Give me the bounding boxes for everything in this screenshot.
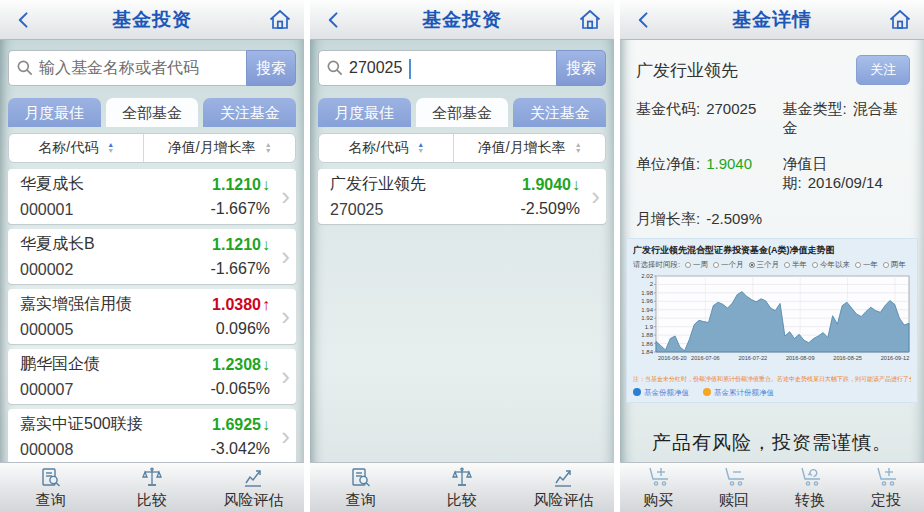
- fund-list-item[interactable]: 鹏华国企债000007 1.2308↓-0.065% ›: [8, 349, 296, 404]
- sort-by-name-code[interactable]: 名称/代码 ▲▼: [9, 134, 144, 162]
- period-radio[interactable]: 一个月: [713, 260, 744, 269]
- nav-item-compare[interactable]: 比较: [101, 466, 202, 510]
- fund-nav-value: 1.1210↓: [210, 176, 270, 194]
- svg-text:1.94: 1.94: [641, 307, 653, 313]
- svg-text:1.98: 1.98: [641, 290, 653, 296]
- fund-nav-value: 1.9040↓: [520, 176, 580, 194]
- cart-minus-icon: [721, 466, 747, 490]
- svg-text:1.92: 1.92: [641, 315, 653, 321]
- nav-trend-chart: 2.0221.981.961.941.921.91.881.861.842016…: [633, 272, 913, 372]
- sort-arrows-icon: ▲▼: [265, 142, 272, 154]
- tab-all-funds[interactable]: 全部基金: [106, 98, 199, 127]
- nav-item-risk-assessment[interactable]: 风险评估: [203, 466, 304, 510]
- back-button[interactable]: [320, 6, 348, 34]
- tab-monthly-best[interactable]: 月度最佳: [8, 98, 101, 127]
- tab-watched-funds[interactable]: 关注基金: [203, 98, 296, 127]
- tab-monthly-best[interactable]: 月度最佳: [318, 98, 411, 127]
- balance-scale-icon: [140, 466, 164, 490]
- nav-item-risk-assessment[interactable]: 风险评估: [513, 466, 614, 510]
- search-button[interactable]: 搜索: [246, 50, 296, 86]
- nav-label: 比较: [137, 491, 167, 510]
- text-cursor: [409, 59, 411, 79]
- legend-dot-blue-icon: [633, 388, 641, 396]
- fund-code: 000002: [20, 261, 210, 279]
- fund-list-item[interactable]: 华夏成长B000002 1.1210↓-1.667% ›: [8, 229, 296, 284]
- field-monthly-growth: 月增长率:-2.509%: [636, 210, 783, 229]
- home-button[interactable]: [266, 6, 294, 34]
- nav-item-compare[interactable]: 比较: [411, 466, 512, 510]
- sort-by-nav-growth[interactable]: 净值/月增长率 ▲▼: [454, 134, 605, 162]
- search-bar: 搜索: [318, 50, 606, 86]
- fund-name: 嘉实中证500联接: [20, 414, 210, 435]
- fund-list-item[interactable]: 华夏成长000001 1.1210↓-1.667% ›: [8, 169, 296, 224]
- fund-code: 000001: [20, 201, 210, 219]
- field-unit-nav: 单位净值:1.9040: [636, 155, 783, 193]
- fund-list-item[interactable]: 广发行业领先270025 1.9040↓-2.509% ›: [318, 169, 606, 224]
- period-radio[interactable]: 三个月: [749, 260, 780, 269]
- nav-item-query[interactable]: 查询: [310, 466, 411, 510]
- follow-button[interactable]: 关注: [856, 55, 910, 85]
- sort-label: 净值/月增长率: [478, 139, 566, 157]
- tab-all-funds[interactable]: 全部基金: [416, 98, 509, 127]
- fund-name: 华夏成长: [20, 174, 210, 195]
- fund-list-item[interactable]: 嘉实中证500联接000008 1.6925↓-3.042% ›: [8, 409, 296, 464]
- sort-by-name-code[interactable]: 名称/代码 ▲▼: [319, 134, 454, 162]
- radio-icon: [784, 262, 790, 268]
- fund-list-item[interactable]: 嘉实增强信用债000005 1.0380↑0.096% ›: [8, 289, 296, 344]
- back-button[interactable]: [10, 6, 38, 34]
- back-chevron-icon: [634, 10, 654, 30]
- nav-label: 查询: [346, 491, 376, 510]
- sort-label: 名称/代码: [38, 139, 98, 157]
- fund-monthly-change: -0.065%: [210, 380, 270, 398]
- fund-list: 广发行业领先270025 1.9040↓-2.509% ›: [318, 169, 606, 224]
- period-radio[interactable]: 两年: [883, 260, 906, 269]
- bottom-nav: 查询 比较 风险评估: [310, 462, 614, 512]
- radio-icon: [812, 262, 818, 268]
- fund-title-row: 广发行业领先 关注: [620, 40, 924, 85]
- risk-chart-icon: [551, 466, 575, 490]
- back-chevron-icon: [324, 10, 344, 30]
- nav-label: 定投: [871, 491, 901, 510]
- chart-legend: 基金份额净值 基金累计份额净值: [633, 388, 911, 398]
- fund-code: 000005: [20, 321, 212, 339]
- fund-name: 嘉实增强信用债: [20, 294, 212, 315]
- fund-nav-value: 1.2308↓: [210, 356, 270, 374]
- period-radio[interactable]: 一周: [685, 260, 708, 269]
- app-header: 基金投资: [310, 0, 614, 40]
- back-button[interactable]: [630, 6, 658, 34]
- search-input[interactable]: [35, 59, 246, 77]
- legend-item: 基金累计份额净值: [703, 388, 774, 398]
- period-selector: 请选择时间段:一周一个月三个月半年今年以来一年两年成立以来: [633, 260, 911, 270]
- fund-nav-value: 1.6925↓: [210, 416, 270, 434]
- svg-text:1.9: 1.9: [645, 324, 654, 330]
- svg-text:2.02: 2.02: [641, 273, 653, 279]
- search-button[interactable]: 搜索: [556, 50, 606, 86]
- period-prompt: 请选择时间段:: [633, 260, 680, 269]
- trend-arrow-icon: ↓: [262, 176, 270, 193]
- fund-monthly-change: 0.096%: [212, 320, 270, 338]
- sort-by-nav-growth[interactable]: 净值/月增长率 ▲▼: [144, 134, 295, 162]
- nav-item-buy[interactable]: 购买: [620, 466, 696, 510]
- nav-trend-chart-panel: 广发行业领先混合型证券投资基金(A类)净值走势图 请选择时间段:一周一个月三个月…: [626, 238, 918, 403]
- chevron-right-icon: ›: [281, 242, 290, 268]
- home-icon: [578, 8, 602, 32]
- sort-header: 名称/代码 ▲▼ 净值/月增长率 ▲▼: [318, 133, 606, 163]
- fund-detail-fields: 基金代码:270025 基金类型:混合基金 单位净值:1.9040 净值日期:2…: [636, 100, 910, 229]
- home-button[interactable]: [576, 6, 604, 34]
- chevron-right-icon: ›: [591, 182, 600, 208]
- search-input[interactable]: [345, 59, 556, 77]
- period-radio[interactable]: 今年以来: [812, 260, 850, 269]
- trend-arrow-icon: ↑: [262, 296, 270, 313]
- nav-item-redeem[interactable]: 赎回: [696, 466, 772, 510]
- nav-item-convert[interactable]: 转换: [772, 466, 848, 510]
- nav-item-query[interactable]: 查询: [0, 466, 101, 510]
- period-radio[interactable]: 一年: [855, 260, 878, 269]
- query-doc-search-icon: [39, 466, 63, 490]
- nav-item-regular-invest[interactable]: 定投: [848, 466, 924, 510]
- tab-watched-funds[interactable]: 关注基金: [513, 98, 606, 127]
- home-button[interactable]: [886, 6, 914, 34]
- period-radio[interactable]: 半年: [784, 260, 807, 269]
- fund-name: 鹏华国企债: [20, 354, 210, 375]
- chart-title: 广发行业领先混合型证券投资基金(A类)净值走势图: [633, 244, 911, 257]
- fund-detail-name: 广发行业领先: [636, 59, 738, 82]
